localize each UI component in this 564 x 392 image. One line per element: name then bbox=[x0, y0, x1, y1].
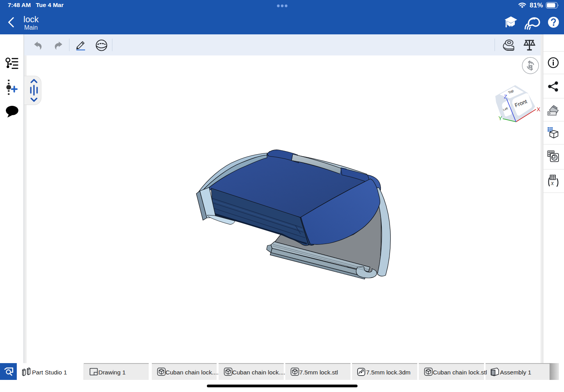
svg-text:Z: Z bbox=[504, 94, 507, 100]
svg-text:X: X bbox=[537, 106, 541, 112]
svg-text:x: x bbox=[551, 180, 554, 186]
svg-text:Y: Y bbox=[498, 115, 502, 121]
